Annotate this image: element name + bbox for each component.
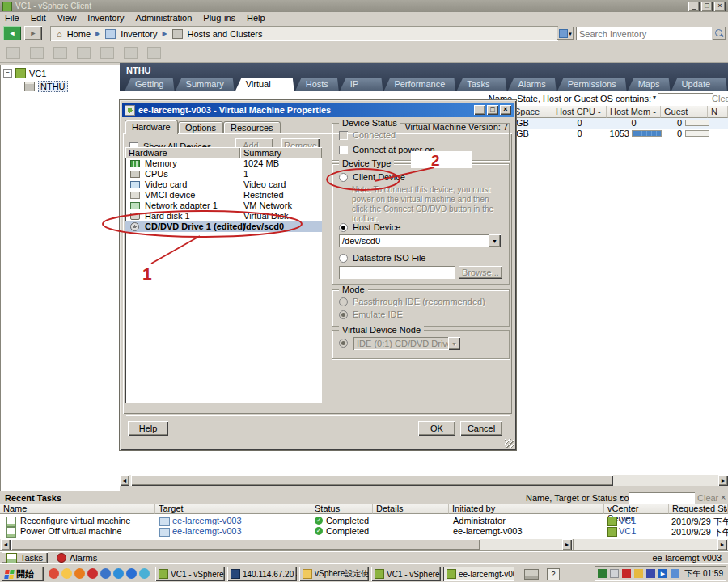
alarms-pane-toggle[interactable]: Alarms: [52, 552, 102, 563]
datastore-iso-option[interactable]: Datastore ISO File: [339, 253, 425, 263]
scroll-right-icon[interactable]: ►: [562, 539, 572, 550]
column-header-guest-mem[interactable]: Guest Mem - %: [661, 106, 708, 118]
scheduled-task-icon[interactable]: [147, 47, 161, 59]
task-row[interactable]: Power Off virtual machine ee-larcemgt-v0…: [0, 526, 728, 537]
clock[interactable]: 下午 01:59: [684, 568, 723, 580]
dialog-maximize-icon[interactable]: □: [487, 105, 498, 115]
menu-file[interactable]: File: [5, 13, 19, 22]
task-column-initiated-by[interactable]: Initiated by: [449, 504, 604, 514]
tab-performance[interactable]: Performance: [383, 78, 455, 91]
iso-file-input[interactable]: [339, 266, 455, 279]
close-icon[interactable]: ×: [714, 2, 726, 11]
chrome-icon[interactable]: [49, 568, 59, 579]
task-vcenter[interactable]: VC1: [619, 526, 636, 536]
breadcrumb-home[interactable]: Home: [67, 29, 91, 39]
hw-column-hardware[interactable]: Hardware: [125, 147, 240, 158]
menu-administration[interactable]: Administration: [136, 13, 193, 22]
breadcrumb-hosts-and-clusters[interactable]: Hosts and Clusters: [188, 29, 263, 39]
tray-icon-3[interactable]: [622, 569, 631, 578]
tree-collapse-icon[interactable]: −: [3, 69, 12, 78]
task-row[interactable]: Reconfigure virtual machine ee-larcemgt-…: [0, 516, 728, 526]
browser-icon[interactable]: [139, 568, 150, 579]
tasks-filter-caret-icon[interactable]: ▾: [620, 493, 623, 500]
tree-node-vc1[interactable]: VC1: [29, 69, 46, 78]
tab-virtual-machines[interactable]: Virtual Machines: [235, 78, 294, 91]
hw-column-summary[interactable]: Summary: [240, 147, 322, 158]
task-target[interactable]: ee-larcemgt-v003: [172, 516, 242, 525]
select-arrow-icon[interactable]: ▼: [489, 234, 501, 247]
dialog-tab-hardware[interactable]: Hardware: [125, 120, 178, 134]
hardware-row[interactable]: CPUs 1: [125, 169, 322, 179]
sphere-icon[interactable]: [100, 568, 111, 579]
tab-getting-started[interactable]: Getting Started: [125, 78, 175, 91]
resize-grip[interactable]: [505, 439, 514, 448]
dialog-close-icon[interactable]: ×: [500, 105, 511, 115]
breadcrumb-inventory[interactable]: Inventory: [121, 29, 157, 39]
scroll-left-icon[interactable]: ◄: [1, 539, 11, 550]
dialog-tab-resources[interactable]: Resources: [223, 121, 281, 134]
host-device-option[interactable]: Host Device: [339, 222, 400, 232]
media-player-icon[interactable]: [113, 568, 124, 579]
vm-list-hscrollbar[interactable]: ◄ ►: [120, 475, 728, 486]
events-icon[interactable]: [124, 47, 138, 59]
permissions-icon[interactable]: [100, 47, 114, 59]
menu-edit[interactable]: Edit: [31, 13, 46, 22]
tasks-hscrollbar[interactable]: ◄ ► ►: [0, 539, 728, 550]
search-input[interactable]: [576, 27, 712, 40]
tab-ip-pools[interactable]: IP Pools: [340, 78, 383, 91]
tab-permissions[interactable]: Permissions: [557, 78, 627, 91]
task-column-vcenter[interactable]: vCenter Server: [604, 504, 669, 514]
host-device-select[interactable]: /dev/scd0 ▼: [339, 234, 501, 247]
tab-alarms[interactable]: Alarms: [508, 78, 557, 91]
ie-icon[interactable]: [126, 568, 137, 579]
new-cluster-icon[interactable]: [77, 47, 91, 59]
vm-filter-input[interactable]: [658, 93, 713, 107]
taskbar-button-folder[interactable]: vSphere設定使用: [299, 567, 369, 581]
menu-plugins[interactable]: Plug-ins: [203, 13, 235, 22]
tab-update-manager[interactable]: Update Manager: [671, 78, 727, 91]
tab-hosts[interactable]: Hosts: [295, 78, 339, 91]
new-entity-icon[interactable]: [6, 47, 20, 59]
hardware-row[interactable]: Video card Video card: [125, 179, 322, 190]
tab-tasks-events[interactable]: Tasks & Events: [456, 78, 506, 91]
menu-help[interactable]: Help: [247, 13, 265, 22]
task-column-target[interactable]: Target: [155, 504, 311, 514]
tray-play-icon[interactable]: ▶: [658, 569, 667, 578]
scroll-right-icon[interactable]: ►: [718, 475, 728, 486]
help-button[interactable]: Help: [128, 421, 168, 436]
tray-icon-1[interactable]: [598, 569, 607, 578]
taskbar-button-vsphere-2[interactable]: VC1 - vSphere Cli...: [371, 567, 441, 581]
column-header-host-cpu[interactable]: Host CPU - MHz: [552, 106, 607, 118]
start-button[interactable]: 開始: [2, 567, 44, 581]
cancel-button[interactable]: Cancel: [460, 421, 502, 436]
tray-shield-icon[interactable]: [634, 569, 643, 578]
dialog-tab-options[interactable]: Options: [178, 121, 223, 134]
scroll-right-icon[interactable]: ►: [717, 539, 727, 550]
tray-icon-2[interactable]: [610, 569, 619, 578]
tray-icon-5[interactable]: [646, 569, 655, 578]
hardware-row[interactable]: Hard disk 1 Virtual Disk: [125, 211, 322, 221]
column-header-host-mem[interactable]: Host Mem - MB: [607, 106, 661, 118]
task-column-details[interactable]: Details: [373, 504, 449, 514]
back-icon[interactable]: ◄: [3, 26, 21, 40]
hardware-row[interactable]: Network adapter 1 VM Network: [125, 200, 322, 211]
tree-node-nthu[interactable]: NTHU: [38, 81, 68, 92]
client-device-option[interactable]: Client Device: [339, 172, 405, 182]
vm-filter-clear[interactable]: Clear: [712, 94, 728, 103]
minimize-icon[interactable]: _: [688, 2, 700, 11]
forward-icon[interactable]: ►: [24, 26, 42, 40]
task-column-name[interactable]: Name: [0, 504, 155, 514]
maximize-icon[interactable]: □: [701, 2, 713, 11]
connect-at-power-on-option[interactable]: Connect at power on: [339, 145, 435, 154]
tray-volume-icon[interactable]: [671, 569, 679, 578]
scrollbar-thumb[interactable]: [11, 539, 480, 550]
task-column-start-time[interactable]: Requested Start Tim: [669, 504, 728, 514]
taskbar-button-vm-active[interactable]: ee-larcemgt-v003 ...: [443, 567, 514, 581]
dialog-minimize-icon[interactable]: _: [474, 105, 485, 115]
datastore-iso-radio[interactable]: [339, 254, 348, 263]
taskbar-button-terminal[interactable]: 140.114.67.20 - ...: [227, 567, 297, 581]
printer-icon[interactable]: [524, 569, 539, 580]
column-header-n[interactable]: N: [708, 106, 728, 118]
recent-tasks-close-icon[interactable]: ×: [721, 492, 726, 502]
tab-summary[interactable]: Summary: [176, 78, 235, 91]
